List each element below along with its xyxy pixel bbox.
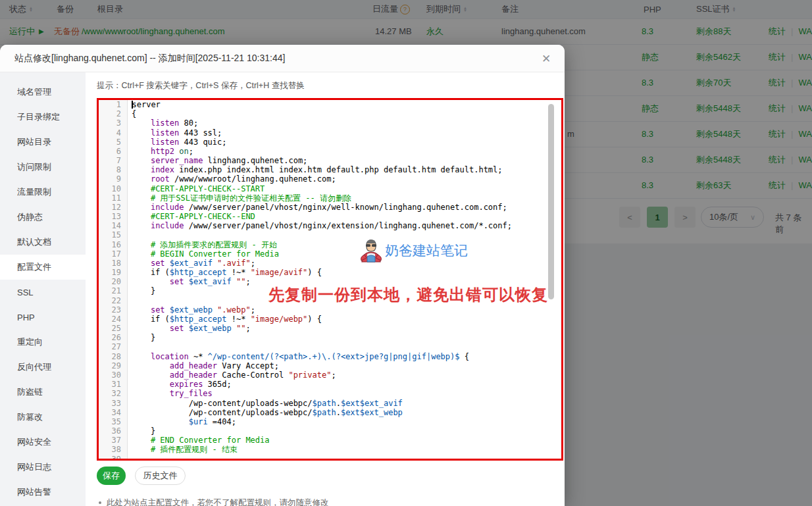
token: add_header [170,361,217,370]
sidebar-item-子目录绑定[interactable]: 子目录绑定 [0,105,86,130]
line-number: 3 [99,118,127,128]
token: ) { [307,268,322,277]
token: 443 ssl; [179,128,222,138]
code-line: if ($http_accept !~* "image/webp") { [128,315,561,324]
token: ; [245,277,250,286]
sidebar-item-网站告警[interactable]: 网站告警 [0,480,86,505]
config-editor[interactable]: 1234567891011121314151617181920212223242… [97,98,563,461]
token: set [151,259,165,268]
line-number: 34 [99,408,127,417]
editor-shortcut-tip: 提示：Ctrl+F 搜索关键字，Ctrl+S 保存，Ctrl+H 查找替换 [97,80,305,91]
line-number: 33 [99,399,127,408]
line-number: 10 [99,184,127,193]
watermark-text: 奶爸建站笔记 [385,241,468,260]
token [132,156,151,165]
line-number: 13 [99,212,127,221]
sidebar-item-SSL[interactable]: SSL [0,280,86,305]
token: 365d; [203,380,231,389]
code-line: # 添加插件要求的配置规则 - 开始 [128,240,561,249]
sidebar-item-配置文件[interactable]: 配置文件 [0,255,86,280]
token: ) { [307,315,322,324]
token: Cache-Control [217,370,288,380]
sidebar-item-默认文档[interactable]: 默认文档 [0,230,86,255]
token: $path [313,399,336,408]
line-number: 38 [99,445,127,454]
token: { [132,109,136,118]
line-number: 19 [99,268,127,277]
line-number: 16 [99,240,127,249]
token: #CERT-APPLY-CHECK--START [151,184,265,193]
editor-scrollbar[interactable] [548,104,554,299]
dialog-title: 站点修改[linghang.quhenet.com] -- 添加时间[2025-… [14,45,285,72]
sidebar-item-伪静态[interactable]: 伪静态 [0,205,86,230]
sidebar-item-防盗链[interactable]: 防盗链 [0,380,86,405]
token: "private" [288,370,331,380]
code-line: #CERT-APPLY-CHECK--START [128,184,561,193]
code-line: include /www/server/panel/vhost/nginx/we… [128,203,561,212]
history-files-button[interactable]: 历史文件 [135,467,186,485]
token: } [132,333,155,342]
token: index [151,165,174,174]
token: /wp-content/uploads-webpc/ [132,408,313,417]
line-number: 14 [99,221,127,230]
code-line [128,455,561,461]
sidebar-item-反向代理[interactable]: 反向代理 [0,355,86,380]
code-line: http2 on; [128,147,561,156]
code-line: #CERT-APPLY-CHECK--END [128,212,561,221]
token: include [151,221,184,230]
token: # END Converter for Media [151,436,270,445]
line-number: 9 [99,174,127,184]
code-line: $uri =404; [128,417,561,426]
token: "image/avif" [251,268,308,277]
token: set [170,277,184,286]
token [132,436,151,445]
token: linghang.quhenet.com; [203,156,307,165]
sidebar-item-域名管理[interactable]: 域名管理 [0,80,86,105]
token [132,305,151,315]
save-button[interactable]: 保存 [97,467,126,485]
sidebar-item-防篡改[interactable]: 防篡改 [0,405,86,430]
editor-gutter: 1234567891011121314151617181920212223242… [99,100,128,459]
line-number: 5 [99,138,127,147]
line-number: 25 [99,324,127,333]
line-number: 6 [99,147,127,156]
token [132,324,170,333]
token: $http_accept [170,268,227,277]
token [132,277,170,286]
sidebar-item-PHP[interactable]: PHP [0,305,86,330]
code-line: server [128,100,561,109]
token: # BEGIN Converter for Media [151,249,279,259]
token [132,445,151,454]
line-number: 18 [99,259,127,268]
token [132,212,151,221]
token: !~* [227,268,251,277]
line-number: 24 [99,315,127,324]
sidebar-item-网站目录[interactable]: 网站目录 [0,130,86,155]
sidebar-item-网站安全[interactable]: 网站安全 [0,430,86,455]
line-number: 17 [99,249,127,259]
line-number: 2 [99,109,127,118]
close-icon[interactable]: ✕ [539,51,553,66]
token: listen [151,128,179,138]
sidebar-item-流量限制[interactable]: 流量限制 [0,180,86,205]
editor-code[interactable]: server{ listen 80; listen 443 ssl; liste… [128,100,561,459]
footer-note-text: 此处为站点主配置文件，若您不了解配置规则，请勿随意修改 [107,497,329,506]
token: /wp-content/uploads-webpc/ [132,399,313,408]
line-number: 21 [99,286,127,295]
code-line: set $ext_webp ".webp"; [128,305,561,315]
token: ; [331,370,336,380]
code-line: listen 443 quic; [128,138,561,147]
line-number: 8 [99,165,127,174]
token: /www/wwwroot/linghang.quhenet.com; [170,174,336,184]
sidebar-item-重定向[interactable]: 重定向 [0,330,86,355]
footer-note: 此处为站点主配置文件，若您不了解配置规则，请勿随意修改 [99,497,329,506]
token: /www/server/panel/vhost/nginx/extension/… [184,221,512,230]
sidebar-item-网站日志[interactable]: 网站日志 [0,455,86,480]
token: "" [236,277,245,286]
sidebar-item-访问限制[interactable]: 访问限制 [0,155,86,180]
token: $ext_avif [189,277,232,286]
code-line: if ($http_accept !~* "image/avif") { [128,268,561,277]
token [232,277,236,286]
token: # 添加插件要求的配置规则 - 开始 [151,240,277,249]
code-line: add_header Cache-Control "private"; [128,370,561,380]
